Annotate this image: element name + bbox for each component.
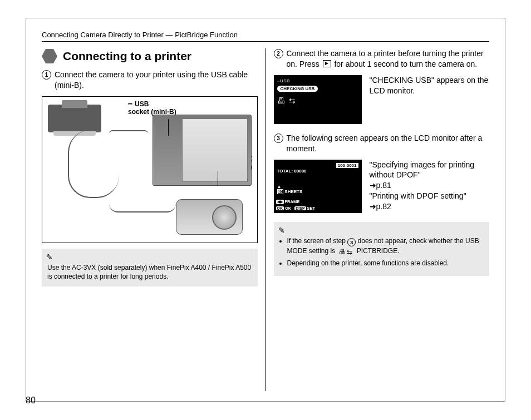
step-2: 2 Connect the camera to a printer before…	[274, 48, 490, 70]
hexagon-bullet-icon	[42, 48, 57, 64]
step-number-icon: 3	[274, 134, 283, 143]
note-box-2: ✎ If the screen of step 3 does not appea…	[274, 222, 490, 276]
running-header: Connecting Camera Directly to Printer — …	[42, 31, 489, 42]
cable-illustration	[109, 130, 148, 137]
checking-usb-pill: CHECKING USB	[277, 86, 318, 92]
note-text: Use the AC-3VX (sold separately) when Fi…	[47, 263, 252, 281]
left-column: Connecting to a printer 1 Connect the ca…	[42, 48, 266, 391]
step-1: 1 Connect the camera to your printer usi…	[42, 70, 258, 91]
lcd-example-2: 100-0001 TOTAL: 00000 ▲00SHEETS ◀▶FRAME …	[274, 160, 490, 213]
note-item: If the screen of step 3 does not appear,…	[287, 236, 484, 257]
camera-rear-illustration	[153, 115, 252, 186]
leader-line	[218, 171, 218, 186]
step-2-text: Connect the camera to a printer before t…	[287, 48, 490, 70]
step-number-icon: 1	[42, 70, 51, 80]
camera-front-illustration	[176, 199, 243, 235]
note-list: If the screen of step 3 does not appear,…	[279, 236, 484, 268]
step-number-icon: 2	[274, 49, 283, 58]
cable-illustration	[68, 130, 119, 198]
usb-socket-label: ⎓USB socket (mini-B)	[128, 100, 176, 116]
sync-icon: 🖶 ⇆	[277, 96, 358, 105]
total-readout: TOTAL: 00000	[277, 169, 307, 174]
note-icon: ✎	[278, 225, 285, 236]
two-column-layout: Connecting to a printer 1 Connect the ca…	[42, 48, 489, 391]
step-3-text: The following screen appears on the LCD …	[287, 133, 490, 154]
sheets-readout: ▲00SHEETS	[277, 184, 303, 194]
cable-illustration	[109, 195, 176, 213]
lcd-example-1: ⎓USB CHECKING USB 🖶 ⇆ "CHECKING USB" app…	[274, 75, 490, 124]
lcd-bottom-bar: OKOK DISPSET	[276, 206, 360, 211]
step-3: 3 The following screen appears on the LC…	[274, 133, 490, 154]
right-column: 2 Connect the camera to a printer before…	[266, 48, 490, 391]
lcd2-caption: "Specifying images for printing without …	[370, 160, 490, 212]
step-ref-icon: 3	[347, 238, 356, 246]
lcd-screen-checking-usb: ⎓USB CHECKING USB 🖶 ⇆	[274, 75, 362, 124]
usb-icon: ⎓	[128, 100, 132, 108]
play-button-icon	[323, 60, 331, 67]
pictbridge-icon: 🖶⇆	[339, 248, 353, 256]
section-heading: Connecting to a printer	[42, 48, 258, 64]
section-title: Connecting to a printer	[63, 50, 191, 63]
frame-number-tag: 100-0001	[336, 163, 358, 168]
leader-line	[168, 119, 169, 136]
note-box: ✎ Use the AC-3VX (sold separately) when …	[42, 249, 258, 286]
note-item: Depending on the printer, some functions…	[287, 259, 484, 268]
lcd1-caption: "CHECKING USB" appears on the LCD monito…	[370, 75, 490, 96]
printer-illustration	[48, 105, 101, 132]
page-number: 80	[26, 396, 36, 406]
manual-page: Connecting Camera Directly to Printer — …	[26, 18, 505, 402]
frame-row: ◀▶FRAME	[276, 199, 300, 204]
lcd-screen-print-menu: 100-0001 TOTAL: 00000 ▲00SHEETS ◀▶FRAME …	[274, 160, 362, 213]
step-1-text: Connect the camera to your printer using…	[55, 70, 258, 91]
note-icon: ✎	[46, 252, 53, 263]
connection-diagram: ⎓USB socket (mini-B) AC-3VX (sold separa…	[42, 96, 258, 243]
